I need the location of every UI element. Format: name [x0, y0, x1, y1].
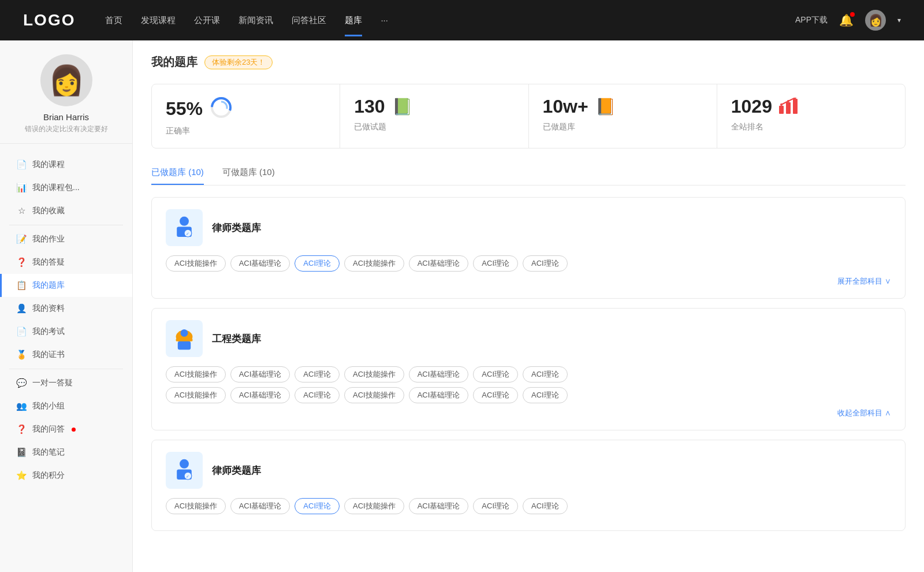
nav-links: 首页 发现课程 公开课 新闻资讯 问答社区 题库 ··· — [105, 15, 777, 26]
bank-tag-1-0[interactable]: ACI技能操作 — [166, 255, 226, 272]
bank-tag-2-10[interactable]: ACI技能操作 — [344, 387, 404, 403]
sidebar-item-questions[interactable]: ❓ 我的答疑 — [0, 251, 132, 274]
stat-top-done: 130 📗 — [354, 96, 514, 117]
svg-point-15 — [181, 329, 188, 337]
nav-question-bank[interactable]: 题库 — [345, 15, 362, 26]
notification-dot — [850, 12, 855, 17]
bank-name-1: 律师类题库 — [212, 221, 261, 235]
stat-label-rank: 全站排名 — [731, 122, 891, 132]
bank-tag-3-4[interactable]: ACI基础理论 — [409, 498, 469, 514]
bank-tag-2-8[interactable]: ACI基础理论 — [230, 387, 290, 403]
sidebar-label-my-courses: 我的课程 — [32, 159, 65, 170]
bank-tag-3-6[interactable]: ACI理论 — [523, 498, 568, 514]
bar-chart-icon — [779, 98, 798, 116]
sidebar-label-homework: 我的作业 — [32, 234, 65, 244]
avatar-dropdown-icon[interactable]: ▾ — [897, 16, 901, 24]
sidebar-item-my-qa[interactable]: ❓ 我的问答 — [0, 418, 132, 441]
tab-available-banks[interactable]: 可做题库 (10) — [222, 162, 275, 185]
bank-name-3: 律师类题库 — [212, 464, 261, 477]
stat-correct-rate: 55% 正确率 — [152, 84, 340, 148]
page-title: 我的题库 — [151, 54, 198, 70]
nav-discover[interactable]: 发现课程 — [141, 15, 176, 26]
engineer-bank-icon — [166, 320, 203, 357]
sidebar-divider-2 — [9, 369, 123, 369]
bank-tag-2-2[interactable]: ACI理论 — [295, 366, 340, 382]
bank-tag-1-1[interactable]: ACI基础理论 — [230, 255, 290, 272]
qa-dot — [72, 428, 76, 432]
expand-link-2[interactable]: 收起全部科目 ∧ — [166, 408, 891, 418]
profile-avatar: 👩 — [40, 54, 92, 106]
bank-tag-1-6[interactable]: ACI理论 — [523, 255, 568, 272]
bank-tag-1-3[interactable]: ACI技能操作 — [344, 255, 404, 272]
bank-tag-2-7[interactable]: ACI技能操作 — [166, 387, 226, 403]
sidebar-item-exam[interactable]: 📄 我的考试 — [0, 320, 132, 343]
avatar[interactable]: 👩 — [865, 10, 886, 31]
bank-tag-2-6[interactable]: ACI理论 — [523, 366, 568, 382]
sidebar-item-profile[interactable]: 👤 我的资料 — [0, 297, 132, 320]
courses-icon: 📄 — [16, 159, 27, 170]
bank-card-lawyer-1: ✓ 律师类题库 ACI技能操作 ACI基础理论 ACI理论 ACI技能操作 AC… — [151, 197, 906, 299]
course-package-icon: 📊 — [16, 183, 27, 193]
doc-orange-icon: 📙 — [595, 97, 616, 116]
nav-more[interactable]: ··· — [381, 15, 388, 26]
stat-top-rate: 55% — [166, 96, 326, 121]
notification-bell[interactable]: 🔔 — [839, 13, 854, 27]
one-on-one-icon: 💬 — [16, 378, 27, 388]
exam-icon: 📄 — [16, 326, 27, 337]
sidebar-item-course-package[interactable]: 📊 我的课程包... — [0, 176, 132, 199]
sidebar-item-question-bank[interactable]: 📋 我的题库 — [0, 274, 132, 297]
bank-tag-2-0[interactable]: ACI技能操作 — [166, 366, 226, 382]
nav-opencourse[interactable]: 公开课 — [194, 15, 220, 26]
logo: LOGO — [23, 11, 75, 29]
bank-tag-3-2[interactable]: ACI理论 — [295, 498, 340, 514]
bank-tag-2-1[interactable]: ACI基础理论 — [230, 366, 290, 382]
stat-label-done: 已做试题 — [354, 122, 514, 132]
bank-name-2: 工程类题库 — [212, 332, 261, 346]
sidebar-item-homework[interactable]: 📝 我的作业 — [0, 228, 132, 251]
app-download-link[interactable]: APP下载 — [795, 15, 828, 25]
svg-rect-5 — [793, 99, 798, 114]
sidebar-divider-1 — [9, 225, 123, 225]
group-icon: 👥 — [16, 401, 27, 411]
bank-tag-2-11[interactable]: ACI基础理论 — [409, 387, 469, 403]
sidebar-label-notes: 我的笔记 — [32, 447, 65, 458]
bank-tag-1-5[interactable]: ACI理论 — [473, 255, 518, 272]
bank-tag-3-5[interactable]: ACI理论 — [473, 498, 518, 514]
bank-tag-2-5[interactable]: ACI理论 — [473, 366, 518, 382]
stat-top-banks: 10w+ 📙 — [543, 96, 703, 117]
bank-tag-3-1[interactable]: ACI基础理论 — [230, 498, 290, 514]
nav-qa[interactable]: 问答社区 — [292, 15, 326, 26]
bank-tag-2-3[interactable]: ACI技能操作 — [344, 366, 404, 382]
sidebar-item-notes[interactable]: 📓 我的笔记 — [0, 441, 132, 464]
svg-text:✓: ✓ — [186, 474, 189, 479]
sidebar-item-certificate[interactable]: 🏅 我的证书 — [0, 343, 132, 366]
bank-tags-2-row1: ACI技能操作 ACI基础理论 ACI理论 ACI技能操作 ACI基础理论 AC… — [166, 366, 891, 382]
bank-tag-2-12[interactable]: ACI理论 — [473, 387, 518, 403]
favorites-icon: ☆ — [16, 206, 27, 216]
sidebar-label-question-bank: 我的题库 — [32, 280, 65, 291]
expand-link-1[interactable]: 展开全部科目 ∨ — [166, 276, 891, 287]
notes-icon: 📓 — [16, 447, 27, 458]
sidebar-item-favorites[interactable]: ☆ 我的收藏 — [0, 199, 132, 222]
bank-tag-3-0[interactable]: ACI技能操作 — [166, 498, 226, 514]
bank-tag-2-4[interactable]: ACI基础理论 — [409, 366, 469, 382]
homework-icon: 📝 — [16, 234, 27, 244]
bank-tag-3-3[interactable]: ACI技能操作 — [344, 498, 404, 514]
sidebar-item-my-courses[interactable]: 📄 我的课程 — [0, 153, 132, 176]
tab-done-banks[interactable]: 已做题库 (10) — [151, 162, 204, 185]
nav-news[interactable]: 新闻资讯 — [239, 15, 273, 26]
bank-tag-2-9[interactable]: ACI理论 — [295, 387, 340, 403]
page-body: 👩 Brian Harris 错误的决定比没有决定要好 📄 我的课程 📊 我的课… — [0, 40, 924, 572]
sidebar-label-one-on-one: 一对一答疑 — [32, 378, 73, 388]
sidebar-item-group[interactable]: 👥 我的小组 — [0, 395, 132, 418]
stat-label-rate: 正确率 — [166, 126, 326, 136]
bank-tags-2-row2: ACI技能操作 ACI基础理论 ACI理论 ACI技能操作 ACI基础理论 AC… — [166, 387, 891, 403]
sidebar-item-one-on-one[interactable]: 💬 一对一答疑 — [0, 372, 132, 395]
sidebar-item-points[interactable]: ⭐ 我的积分 — [0, 464, 132, 487]
bank-tag-1-4[interactable]: ACI基础理论 — [409, 255, 469, 272]
nav-home[interactable]: 首页 — [105, 15, 122, 26]
lawyer-bank-icon-2: ✓ — [166, 452, 203, 489]
bank-tag-1-2[interactable]: ACI理论 — [295, 255, 340, 272]
bank-tag-2-13[interactable]: ACI理论 — [523, 387, 568, 403]
svg-rect-3 — [779, 106, 784, 114]
